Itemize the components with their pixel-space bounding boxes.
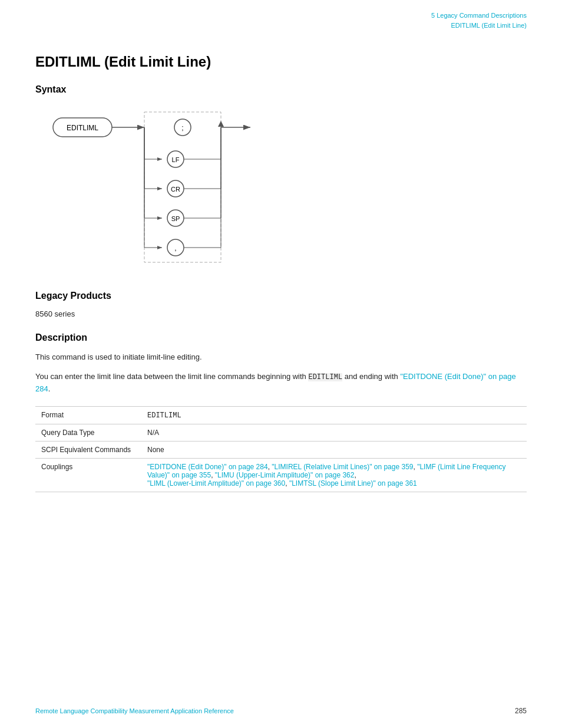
diagram-svg: EDITLIML ; LF	[47, 103, 271, 274]
table-cell-label: Format	[35, 406, 141, 424]
breadcrumb-chapter: 5 Legacy Command Descriptions	[431, 12, 527, 19]
table-cell-label: Couplings	[35, 458, 141, 492]
svg-text:,: ,	[174, 244, 176, 252]
breadcrumb: 5 Legacy Command Descriptions EDITLIML (…	[35, 0, 527, 36]
footer-left: Remote Language Compatibility Measuremen…	[35, 707, 234, 714]
para2-middle: and ending with	[342, 372, 400, 381]
description-para1: This command is used to initiate limit-l…	[35, 351, 527, 364]
table-cell-label: SCPI Equivalent Commands	[35, 441, 141, 458]
table-row: Format EDITLIML	[35, 406, 527, 424]
table-row: Couplings "EDITDONE (Edit Done)" on page…	[35, 458, 527, 492]
page-title: EDITLIML (Edit Limit Line)	[35, 54, 527, 70]
svg-text:EDITLIML: EDITLIML	[67, 124, 98, 132]
svg-marker-31	[218, 121, 224, 127]
query-data-type-value: N/A	[147, 429, 159, 437]
para2-code: EDITLIML	[308, 373, 342, 381]
page-container: 5 Legacy Command Descriptions EDITLIML (…	[0, 0, 562, 728]
table-cell-value: "EDITDONE (Edit Done)" on page 284, "LIM…	[141, 458, 527, 492]
description-heading: Description	[35, 332, 527, 343]
table-row: Query Data Type N/A	[35, 424, 527, 441]
svg-rect-3	[144, 112, 221, 262]
legacy-products-heading: Legacy Products	[35, 291, 527, 301]
svg-text:LF: LF	[172, 156, 180, 163]
breadcrumb-subsection: EDITLIML (Edit Limit Line)	[451, 22, 527, 29]
coupling-link-6[interactable]: "LIMTSL (Slope Limit Line)" on page 361	[289, 479, 417, 487]
legacy-products-content: 8560 series	[35, 309, 527, 318]
syntax-diagram: EDITLIML ; LF	[47, 103, 271, 274]
format-value: EDITLIML	[147, 411, 181, 420]
description-section: Description This command is used to init…	[35, 332, 527, 396]
svg-text:;: ;	[181, 124, 183, 132]
para2-prefix: You can enter the limit line data betwee…	[35, 372, 308, 381]
coupling-link-4[interactable]: "LIMU (Upper-Limit Amplitude)" on page 3…	[215, 471, 355, 479]
scpi-value: None	[147, 446, 164, 454]
table-body: Format EDITLIML Query Data Type N/A SCPI…	[35, 406, 527, 492]
table-row: SCPI Equivalent Commands None	[35, 441, 527, 458]
legacy-products-section: Legacy Products 8560 series	[35, 291, 527, 318]
para2-suffix: .	[48, 384, 51, 393]
footer-page-number: 285	[515, 707, 527, 715]
svg-text:SP: SP	[171, 215, 180, 222]
syntax-heading: Syntax	[35, 84, 527, 95]
coupling-link-1[interactable]: "EDITDONE (Edit Done)" on page 284	[147, 463, 268, 471]
table-cell-value: N/A	[141, 424, 527, 441]
table-cell-label: Query Data Type	[35, 424, 141, 441]
svg-text:CR: CR	[171, 186, 180, 193]
page-footer: Remote Language Compatibility Measuremen…	[35, 707, 527, 715]
table-cell-value: EDITLIML	[141, 406, 527, 424]
info-table: Format EDITLIML Query Data Type N/A SCPI…	[35, 406, 527, 492]
coupling-link-5[interactable]: "LIML (Lower-Limit Amplitude)" on page 3…	[147, 479, 285, 487]
description-para2: You can enter the limit line data betwee…	[35, 371, 527, 396]
table-cell-value: None	[141, 441, 527, 458]
coupling-link-2[interactable]: "LIMIREL (Relative Limit Lines)" on page…	[272, 463, 413, 471]
syntax-section: Syntax EDITLIML ; LF	[35, 84, 527, 274]
